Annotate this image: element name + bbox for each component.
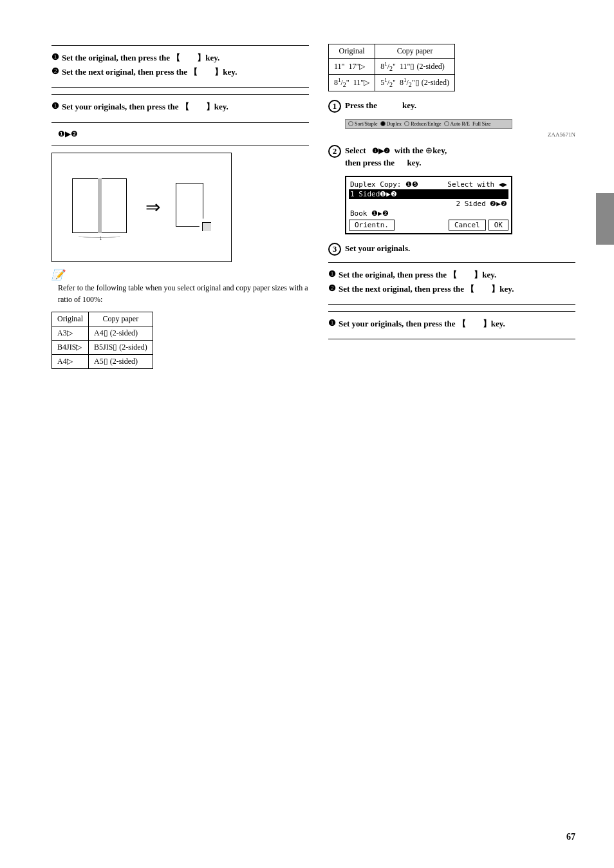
right-section-steps2: ❶ Set your originals, then press the 【 】…	[328, 318, 575, 330]
page-number: 67	[566, 832, 575, 842]
table-cell-original: A4▷	[52, 354, 89, 368]
dialog-title-row: Duplex Copy: ❶❺ Select with ◀▶	[349, 180, 508, 189]
step1-text: Set the original, then press the 【 】key.	[62, 52, 219, 64]
dialog-book-text: Book ❶▶❷	[350, 209, 389, 218]
step2-circle: 2	[328, 145, 341, 158]
dialog-orientn-btn[interactable]: Orientn.	[349, 220, 395, 231]
left-step3: ❶ Set your originals, then press the 【 】…	[51, 101, 309, 113]
step3-num: ❶	[51, 101, 59, 111]
right-step3: ❶ Set your originals, then press the 【 】…	[328, 318, 575, 330]
toolbar-auto: Auto R/E	[444, 121, 470, 127]
step2-num: ❷	[51, 66, 59, 77]
radio-auto	[444, 121, 449, 126]
right-column: Original Copy paper 11" 17"▷ 81/2" 11"▯ …	[328, 39, 575, 374]
table-cell-original: 11" 17"▷	[329, 59, 375, 75]
radio-duplex	[380, 121, 386, 126]
left-step1: ❶ Set the original, then press the 【 】ke…	[51, 52, 309, 64]
right-divider1	[328, 262, 575, 263]
paper-size-table: Original Copy paper A3▷ A4▯ (2-sided) B4…	[51, 312, 153, 369]
page-fold	[202, 222, 211, 231]
step2-text: Set the next original, then press the 【 …	[62, 66, 237, 78]
right-step2: ❷ Set the next original, then press the …	[328, 283, 575, 295]
left-step2: ❷ Set the next original, then press the …	[51, 66, 309, 78]
table-cell-copy: A4▯ (2-sided)	[89, 326, 153, 340]
output-page-icon	[176, 183, 211, 231]
table-header-original: Original	[52, 312, 89, 326]
dialog-title-left: Duplex Copy: ❶❺	[350, 180, 418, 189]
right-divider4	[328, 339, 575, 339]
note-icon: 📝	[51, 269, 309, 281]
step3-circle: 3	[328, 243, 341, 256]
dialog-title-right: Select with ◀▶	[447, 180, 507, 189]
dialog-bottom: Orientn. Cancel OK	[349, 220, 508, 231]
step2-label: Select ❶▶❷ with the ⊕key,then press the …	[345, 144, 447, 169]
book-right-page	[100, 178, 127, 233]
table-cell-copy: A5▯ (2-sided)	[89, 354, 153, 368]
right-step1-num: ❶	[328, 269, 336, 279]
right-big-step3: 3 Set your originals.	[328, 242, 575, 256]
table-cell-original: A3▷	[52, 326, 89, 340]
step3-text: Set your originals, then press the 【 】ke…	[62, 101, 228, 113]
dialog-action-btns: Cancel OK	[449, 220, 508, 231]
left-column: ❶ Set the original, then press the 【 】ke…	[51, 39, 309, 374]
dialog-cancel-btn[interactable]: Cancel	[449, 220, 486, 231]
step1-num: ❶	[51, 52, 59, 62]
left-section1-steps: ❶ Set the original, then press the 【 】ke…	[51, 52, 309, 78]
right-divider3	[328, 311, 575, 312]
toolbar-container: Sort/Staple Duplex Reduce/Enlrge Auto R/…	[345, 119, 575, 138]
dialog-row-1sided: 1 Sided❶▶❷	[349, 189, 508, 199]
divider2	[51, 87, 309, 88]
table-header-copy: Copy paper	[375, 44, 455, 59]
left-section2: ❶ Set your originals, then press the 【 】…	[51, 101, 309, 113]
divider5	[51, 146, 309, 146]
step1-circle: 1	[328, 100, 341, 113]
top-divider	[51, 45, 309, 46]
right-divider2	[328, 304, 575, 305]
book-left-page	[72, 178, 99, 233]
right-step3-text: Set your originals, then press the 【 】ke…	[339, 318, 505, 330]
dialog-2sided-text	[350, 200, 414, 208]
step1-label: Press the key.	[345, 99, 416, 112]
table-cell-copy: 81/2" 11"▯ (2-sided)	[375, 59, 455, 75]
toolbar-full: Full Size	[472, 121, 491, 127]
note-section: 📝 Refer to the following table when you …	[51, 269, 309, 305]
dialog-2sided-right: 2 Sided ❷▶❷	[456, 200, 507, 208]
radio-reduce	[404, 121, 409, 126]
main-content: ❶ Set the original, then press the 【 】ke…	[51, 39, 575, 374]
table-row: A3▷ A4▯ (2-sided)	[52, 326, 153, 340]
dialog-row-2sided: 2 Sided ❷▶❷	[349, 199, 508, 209]
book-illustration: ↓ ⇒	[51, 153, 232, 262]
dialog-ok-btn[interactable]: OK	[488, 220, 508, 231]
right-step3-num: ❶	[328, 318, 336, 328]
inch-paper-size-table: Original Copy paper 11" 17"▷ 81/2" 11"▯ …	[328, 44, 455, 91]
right-step2-num: ❷	[328, 283, 336, 294]
table-header-original: Original	[329, 44, 375, 59]
table-row: 81/2" 11"▷ 51/2" 81/2"▯ (2-sided)	[329, 75, 455, 91]
table-row: B4JIS▷ B5JIS▯ (2-sided)	[52, 340, 153, 354]
page: ❶ Set the original, then press the 【 】ke…	[0, 0, 614, 868]
table-cell-original: B4JIS▷	[52, 340, 89, 354]
book-spine	[98, 178, 102, 233]
open-book-icon: ↓	[72, 172, 130, 243]
table-row: 11" 17"▷ 81/2" 11"▯ (2-sided)	[329, 59, 455, 75]
note-text: Refer to the following table when you se…	[58, 282, 309, 305]
table-cell-copy: 51/2" 81/2"▯ (2-sided)	[375, 75, 455, 91]
spine-arrow: ↓	[99, 234, 102, 241]
toolbar-duplex: Duplex	[380, 121, 402, 127]
right-step1-text: Set the original, then press the 【 】key.	[339, 269, 496, 281]
table-cell-copy: B5JIS▯ (2-sided)	[89, 340, 153, 354]
right-step2-text: Set the next original, then press the 【 …	[339, 283, 514, 295]
dialog-box: Duplex Copy: ❶❺ Select with ◀▶ 1 Sided❶▶…	[345, 176, 512, 234]
table-row: A4▷ A5▯ (2-sided)	[52, 354, 153, 368]
radio-sort	[348, 121, 353, 126]
right-big-step1: 1 Press the key.	[328, 99, 575, 113]
toolbar-sort-staple: Sort/Staple	[348, 121, 378, 127]
img-label: ZAA5671N	[345, 131, 575, 138]
table-header-copy: Copy paper	[89, 312, 153, 326]
output-page-body	[176, 183, 203, 227]
arrow-icon: ⇒	[145, 196, 160, 218]
step3-text: Set your originals.	[345, 242, 410, 255]
right-section-steps1: ❶ Set the original, then press the 【 】ke…	[328, 269, 575, 295]
right-step1: ❶ Set the original, then press the 【 】ke…	[328, 269, 575, 281]
divider4	[51, 122, 309, 123]
